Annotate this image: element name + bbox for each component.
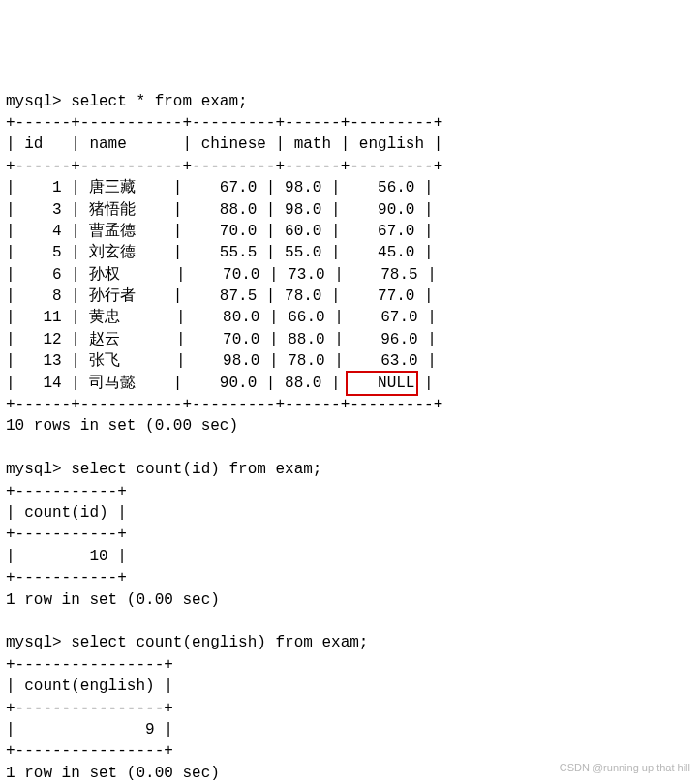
null-highlight: NULL	[346, 371, 418, 396]
watermark: CSDN @running up that hill	[560, 761, 690, 775]
terminal-output: mysql> select * from exam; +------+-----…	[6, 91, 694, 783]
